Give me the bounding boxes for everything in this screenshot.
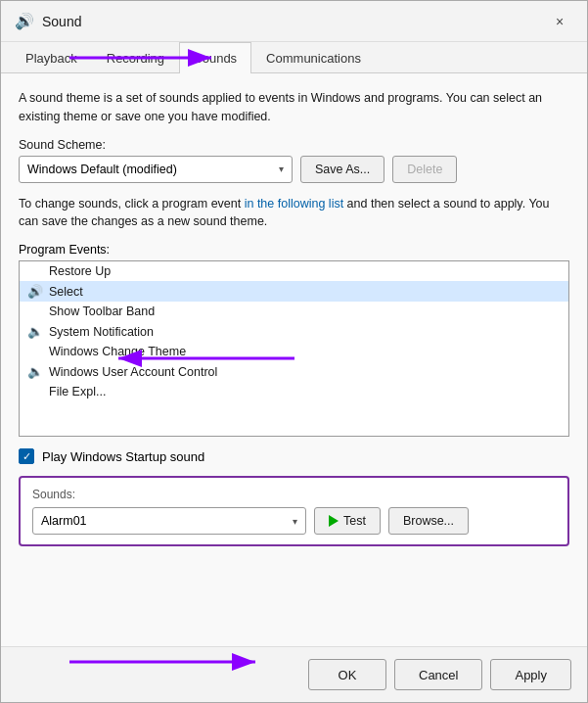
scheme-description: A sound theme is a set of sounds applied… — [19, 89, 569, 126]
save-as-button[interactable]: Save As... — [300, 156, 384, 183]
event-user-account[interactable]: 🔈 Windows User Account Control — [20, 361, 568, 382]
program-events-label: Program Events: — [19, 243, 569, 257]
event-restore-up[interactable]: Restore Up — [20, 261, 568, 281]
test-button[interactable]: Test — [314, 507, 381, 535]
startup-sound-label: Play Windows Startup sound — [42, 449, 204, 464]
startup-sound-row: ✓ Play Windows Startup sound — [19, 448, 569, 464]
tab-sounds[interactable]: Sounds — [179, 42, 251, 73]
sound-dialog-icon: 🔊 — [15, 12, 34, 31]
tab-communications[interactable]: Communications — [251, 42, 376, 73]
cancel-button[interactable]: Cancel — [394, 659, 482, 690]
scheme-section: Sound Scheme: Windows Default (modified)… — [19, 138, 569, 183]
event-icon-user-account: 🔈 — [27, 364, 43, 379]
event-select[interactable]: 🔊 Select — [20, 281, 568, 302]
event-icon-select: 🔊 — [27, 284, 43, 299]
event-show-toolbar[interactable]: Show Toolbar Band — [20, 302, 568, 321]
startup-sound-checkbox[interactable]: ✓ — [19, 448, 34, 464]
dialog-footer: OK Cancel Apply — [1, 646, 587, 702]
dropdown-arrow-icon: ▾ — [279, 164, 284, 174]
sounds-dropdown-row: Alarm01 ▾ Test Browse... — [32, 507, 556, 535]
events-list[interactable]: Restore Up 🔊 Select Show Toolbar Band 🔈 … — [19, 260, 569, 437]
tab-recording[interactable]: Recording — [92, 42, 179, 73]
tab-content-sounds: A sound theme is a set of sounds applied… — [1, 73, 587, 646]
scheme-label: Sound Scheme: — [19, 138, 569, 152]
tab-playback[interactable]: Playback — [11, 42, 92, 73]
close-button[interactable]: × — [546, 8, 573, 35]
browse-button[interactable]: Browse... — [388, 507, 469, 535]
event-file-explorer[interactable]: File Expl... — [20, 382, 568, 401]
sound-scheme-dropdown[interactable]: Windows Default (modified) ▾ — [19, 156, 293, 183]
program-events-section: Program Events: Restore Up 🔊 Select Show… — [19, 243, 569, 437]
sound-dialog: 🔊 Sound × Playback Recording Sounds Comm… — [0, 0, 588, 703]
title-bar: 🔊 Sound × — [1, 1, 587, 42]
change-sounds-description: To change sounds, click a program event … — [19, 195, 569, 232]
ok-button[interactable]: OK — [308, 659, 386, 690]
event-icon-system-notif: 🔈 — [27, 324, 43, 339]
apply-button[interactable]: Apply — [490, 659, 571, 690]
sound-dropdown-arrow-icon: ▾ — [293, 516, 297, 527]
tab-bar: Playback Recording Sounds Communications — [1, 42, 587, 73]
play-icon — [329, 515, 339, 527]
sound-file-dropdown[interactable]: Alarm01 ▾ — [32, 507, 306, 535]
scheme-row: Windows Default (modified) ▾ Save As... … — [19, 156, 569, 183]
title-bar-left: 🔊 Sound — [15, 12, 81, 31]
dialog-title: Sound — [42, 14, 81, 29]
sounds-field-label: Sounds: — [32, 488, 556, 501]
event-system-notif[interactable]: 🔈 System Notification — [20, 321, 568, 342]
event-change-theme[interactable]: Windows Change Theme — [20, 342, 568, 361]
delete-button[interactable]: Delete — [392, 156, 457, 183]
sounds-section: Sounds: Alarm01 ▾ Test Browse... — [19, 476, 569, 546]
